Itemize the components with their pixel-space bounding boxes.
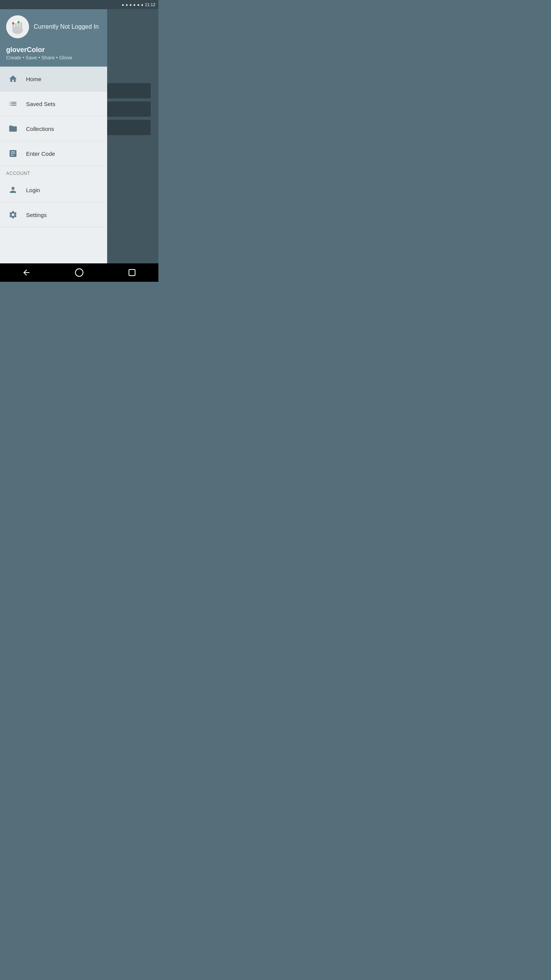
status-bar: ● ● ● ● ● ● 11:12 — [0, 0, 158, 9]
list-icon — [6, 97, 20, 111]
settings-icon — [6, 208, 20, 222]
drawer-header: Currently Not Logged In gloverColor Crea… — [0, 9, 107, 67]
svg-point-8 — [20, 22, 22, 24]
drawer-header-top: Currently Not Logged In — [6, 15, 101, 38]
sidebar-item-enter-code-label: Enter Code — [26, 150, 55, 157]
enter-code-icon — [6, 147, 20, 160]
sidebar-item-settings[interactable]: Settings — [0, 203, 107, 227]
bluetooth-icon: ● — [126, 3, 128, 7]
svg-point-5 — [12, 22, 14, 24]
account-section-header: Account — [0, 166, 107, 178]
app-logo — [6, 15, 29, 38]
sidebar-item-collections[interactable]: Collections — [0, 116, 107, 141]
svg-rect-10 — [129, 270, 135, 276]
status-icons: ● ● ● ● ● ● 11:12 — [122, 2, 155, 7]
sidebar-item-enter-code[interactable]: Enter Code — [0, 141, 107, 166]
folder-icon — [6, 122, 20, 136]
no-sim-icon: ● — [137, 3, 139, 7]
svg-point-9 — [75, 269, 83, 276]
sidebar-item-login-label: Login — [26, 187, 40, 193]
person-icon — [6, 183, 20, 197]
wifi-icon: ● — [133, 3, 135, 7]
sidebar-item-login[interactable]: Login — [0, 178, 107, 203]
svg-point-7 — [18, 21, 20, 23]
back-button[interactable] — [0, 263, 53, 282]
status-time: 11:12 — [145, 2, 155, 7]
location-icon: ● — [122, 3, 124, 7]
sidebar-item-settings-label: Settings — [26, 212, 47, 218]
nav-items: Home Saved Sets Collections — [0, 67, 107, 263]
recent-button[interactable] — [106, 263, 158, 282]
recent-icon — [127, 268, 137, 277]
bottom-nav-bar — [0, 263, 158, 282]
glove-logo-svg — [8, 17, 27, 36]
app-name: gloverColor — [6, 46, 101, 54]
home-button[interactable] — [53, 263, 106, 282]
nav-drawer: Currently Not Logged In gloverColor Crea… — [0, 9, 107, 263]
battery-icon: ● — [141, 3, 143, 7]
svg-point-6 — [15, 21, 17, 23]
vibrate-icon: ● — [129, 3, 132, 7]
home-icon — [6, 72, 20, 86]
sidebar-item-saved-sets-label: Saved Sets — [26, 101, 55, 107]
sidebar-item-saved-sets[interactable]: Saved Sets — [0, 91, 107, 116]
sidebar-item-home-label: Home — [26, 76, 41, 82]
app-tagline: Create • Save • Share • Glove — [6, 55, 101, 60]
header-login-text: Currently Not Logged In — [34, 23, 99, 30]
home-nav-icon — [75, 268, 84, 277]
sidebar-item-collections-label: Collections — [26, 126, 54, 132]
back-icon — [22, 268, 31, 277]
sidebar-item-home[interactable]: Home — [0, 67, 107, 91]
